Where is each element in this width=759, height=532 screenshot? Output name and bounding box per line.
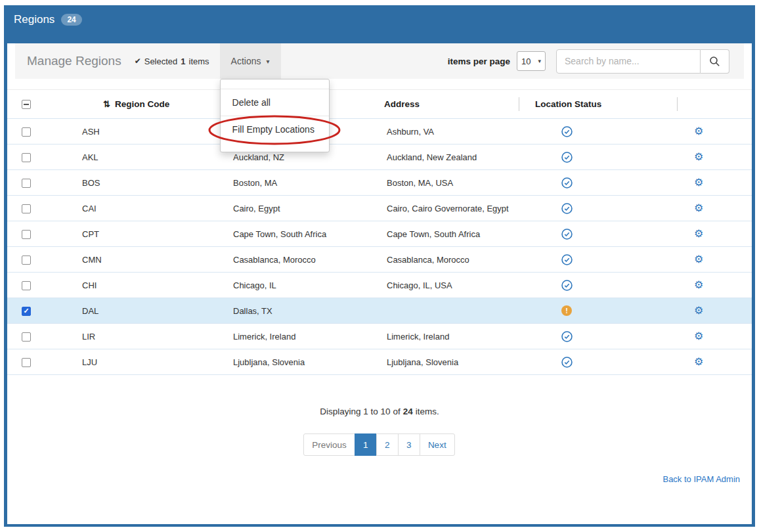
region-code-cell: ASH <box>74 119 225 144</box>
row-checkbox[interactable] <box>22 204 31 213</box>
table-row: AKL Auckland, NZ Auckland, New Zealand ⚙ <box>7 144 752 170</box>
table-row: LJU Ljubljana, Slovenia Ljubljana, Slove… <box>7 349 752 375</box>
row-checkbox[interactable] <box>22 230 31 239</box>
regions-table: ⇅Region Code Address Location Status ASH… <box>7 89 752 375</box>
address-cell: Limerick, Ireland <box>379 324 519 349</box>
page-button-1[interactable]: 1 <box>355 433 377 456</box>
table-row: ASH Ashburn, VA ⚙ <box>7 119 752 144</box>
page-button-2[interactable]: 2 <box>376 433 399 456</box>
table-row: CPT Cape Town, South Africa Cape Town, S… <box>7 221 752 247</box>
region-code-cell: CAI <box>74 196 225 221</box>
caret-down-icon: ▾ <box>267 58 270 65</box>
region-name-cell: Dallas, TX <box>225 298 379 324</box>
items-per-page-label: items per page <box>448 56 510 66</box>
search-icon <box>709 56 720 67</box>
page-size-value: 10 <box>521 56 531 66</box>
row-checkbox[interactable] <box>22 255 31 265</box>
manage-regions-heading: Manage Regions <box>27 54 121 68</box>
back-to-ipam-admin-link[interactable]: Back to IPAM Admin <box>662 474 740 484</box>
panel-heading: Regions 24 <box>7 5 752 34</box>
location-ok-icon <box>561 280 573 291</box>
sort-icon[interactable]: ⇅ <box>103 99 110 109</box>
settings-gear-icon[interactable]: ⚙ <box>694 177 703 188</box>
selected-label: Selected <box>144 56 178 66</box>
actions-menu: Delete all Fill Empty Locations <box>220 79 330 152</box>
address-cell: Boston, MA, USA <box>379 170 519 196</box>
settings-gear-icon[interactable]: ⚙ <box>694 356 703 367</box>
location-ok-icon <box>561 177 573 188</box>
display-info: Displaying 1 to 10 of 24 items. <box>7 407 752 416</box>
region-code-cell: CMN <box>74 247 225 273</box>
table-row: CMN Casablanca, Morocco Casablanca, Moro… <box>7 247 752 273</box>
settings-gear-icon[interactable]: ⚙ <box>694 202 703 213</box>
settings-gear-icon[interactable]: ⚙ <box>694 330 703 342</box>
selected-count: 1 <box>181 56 185 66</box>
location-ok-icon <box>561 126 573 137</box>
row-checkbox[interactable] <box>22 153 31 162</box>
caret-down-icon: ▾ <box>538 58 541 64</box>
next-page-button[interactable]: Next <box>420 433 455 456</box>
settings-gear-icon[interactable]: ⚙ <box>694 125 703 137</box>
region-name-cell: Ljubljana, Slovenia <box>225 349 379 375</box>
row-checkbox[interactable] <box>22 358 31 367</box>
table-row: BOS Boston, MA Boston, MA, USA ⚙ <box>7 170 752 196</box>
address-cell <box>379 298 519 324</box>
region-name-cell: Cape Town, South Africa <box>225 221 379 247</box>
panel-body: Manage Regions ✔ Selected 1 items Action… <box>7 43 752 524</box>
table-body: ASH Ashburn, VA ⚙ AKL Auckland, NZ Auckl… <box>7 119 752 375</box>
region-code-cell: LJU <box>74 349 225 375</box>
location-ok-icon <box>561 254 573 265</box>
region-code-cell: LIR <box>74 324 225 349</box>
search-box <box>556 49 729 74</box>
search-input[interactable] <box>556 49 701 74</box>
row-checkbox[interactable] <box>22 307 31 316</box>
page-size-select[interactable]: 10 ▾ <box>517 51 546 71</box>
menu-item-delete-all[interactable]: Delete all <box>221 89 329 116</box>
actions-dropdown: Actions ▾ Delete all Fill Empty Location… <box>220 43 281 79</box>
display-prefix: Displaying 1 to 10 of <box>320 407 400 416</box>
settings-gear-icon[interactable]: ⚙ <box>694 279 703 290</box>
toolbar: Manage Regions ✔ Selected 1 items Action… <box>15 43 744 79</box>
settings-gear-icon[interactable]: ⚙ <box>694 151 703 162</box>
search-button[interactable] <box>701 49 729 74</box>
region-code-cell: BOS <box>74 170 225 196</box>
settings-gear-icon[interactable]: ⚙ <box>694 305 703 316</box>
menu-item-label: Fill Empty Locations <box>232 124 314 135</box>
table-row: DAL Dallas, TX ! ⚙ <box>7 298 752 324</box>
settings-gear-icon[interactable]: ⚙ <box>694 254 703 265</box>
settings-gear-icon[interactable]: ⚙ <box>694 228 703 239</box>
region-code-cell: CHI <box>74 273 225 298</box>
selected-info: ✔ Selected 1 items <box>135 56 209 66</box>
location-ok-icon <box>561 357 573 368</box>
pagination: Previous 123Next <box>7 433 752 456</box>
page-button-3[interactable]: 3 <box>398 433 420 456</box>
regions-panel: Regions 24 Manage Regions ✔ Selected 1 i… <box>4 5 755 527</box>
actions-button[interactable]: Actions ▾ <box>220 43 281 79</box>
location-warning-icon: ! <box>561 305 572 316</box>
display-total: 24 <box>403 407 413 416</box>
address-cell: Ljubljana, Slovenia <box>379 349 519 375</box>
row-checkbox[interactable] <box>22 281 31 290</box>
menu-item-fill-empty-locations[interactable]: Fill Empty Locations <box>221 116 329 143</box>
address-cell: Ashburn, VA <box>379 119 519 144</box>
page-title: Regions <box>14 13 54 26</box>
check-icon: ✔ <box>135 56 141 66</box>
select-all-checkbox[interactable] <box>22 100 31 109</box>
row-checkbox[interactable] <box>22 127 31 137</box>
table-header-row: ⇅Region Code Address Location Status <box>7 90 752 119</box>
display-suffix: items. <box>416 407 439 416</box>
row-checkbox[interactable] <box>22 179 31 188</box>
address-cell: Casablanca, Morocco <box>379 247 519 273</box>
toolbar-right: items per page 10 ▾ <box>448 49 744 74</box>
selected-items-label: items <box>189 56 209 66</box>
region-code-header[interactable]: Region Code <box>115 99 169 109</box>
table-row: LIR Limerick, Ireland Limerick, Ireland … <box>7 324 752 349</box>
table-row: CAI Cairo, Egypt Cairo, Cairo Governorat… <box>7 196 752 221</box>
address-cell: Cape Town, South Africa <box>379 221 519 247</box>
region-code-cell: DAL <box>74 298 225 324</box>
location-ok-icon <box>561 331 573 342</box>
previous-page-button[interactable]: Previous <box>303 433 355 456</box>
table-row: CHI Chicago, IL Chicago, IL, USA ⚙ <box>7 273 752 298</box>
row-checkbox[interactable] <box>22 332 31 342</box>
region-name-cell: Casablanca, Morocco <box>225 247 379 273</box>
